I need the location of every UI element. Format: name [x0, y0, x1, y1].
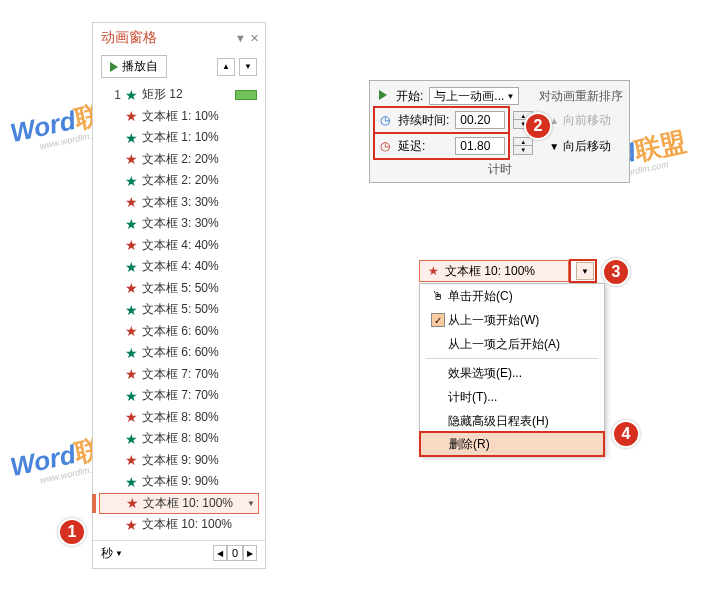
menu-timing[interactable]: 计时(T)... — [420, 385, 604, 409]
item-label: 文本框 1: 10% — [142, 129, 257, 146]
step-badge-3: 3 — [602, 258, 630, 286]
menu-effect-options[interactable]: 效果选项(E)... — [420, 361, 604, 385]
start-label: 开始: — [396, 88, 423, 105]
context-header-label: 文本框 10: 100% — [445, 263, 535, 280]
pane-titlebar: 动画窗格 ▼ ✕ — [93, 23, 265, 51]
play-from-button[interactable]: 播放自 — [101, 55, 167, 78]
check-icon: ✓ — [431, 313, 445, 327]
animation-item[interactable]: ★文本框 8: 80% — [99, 407, 259, 429]
animation-item[interactable]: ★文本框 1: 10% — [99, 106, 259, 128]
animation-item[interactable]: ★文本框 7: 70% — [99, 385, 259, 407]
item-label: 文本框 9: 90% — [142, 452, 257, 469]
menu-remove[interactable]: 删除(R) — [420, 432, 604, 456]
star-icon: ★ — [428, 264, 439, 278]
animation-item[interactable]: ★文本框 3: 30% — [99, 192, 259, 214]
step-badge-2: 2 — [524, 112, 552, 140]
star-icon: ★ — [125, 517, 138, 533]
play-icon — [376, 89, 390, 103]
item-label: 文本框 5: 50% — [142, 301, 257, 318]
menu-after-previous[interactable]: 从上一项之后开始(A) — [420, 332, 604, 356]
page-number: 0 — [227, 545, 243, 561]
start-dropdown[interactable]: 与上一动画... ▼ — [429, 87, 519, 105]
item-label: 文本框 3: 30% — [142, 194, 257, 211]
move-up-button[interactable]: ▲ — [217, 58, 235, 76]
item-label: 文本框 10: 100% — [143, 495, 246, 512]
menu-hide-timeline[interactable]: 隐藏高级日程表(H) — [420, 409, 604, 433]
pane-options-icon[interactable]: ▼ — [235, 32, 246, 45]
item-number: 1 — [101, 88, 121, 102]
move-later-button[interactable]: ▼向后移动 — [549, 138, 611, 155]
star-icon: ★ — [125, 302, 138, 318]
move-earlier-button: ▲向前移动 — [549, 112, 611, 129]
timeline-bar — [235, 90, 257, 100]
page-prev-button[interactable]: ◀ — [213, 545, 227, 561]
delay-field[interactable]: 01.80 — [455, 137, 505, 155]
animation-item[interactable]: 1★矩形 12 — [99, 84, 259, 106]
animation-item[interactable]: ★文本框 1: 10% — [99, 127, 259, 149]
item-label: 矩形 12 — [142, 86, 231, 103]
duration-label: 持续时间: — [398, 112, 449, 129]
animation-item[interactable]: ★文本框 3: 30% — [99, 213, 259, 235]
menu-start-on-click[interactable]: 🖱 单击开始(C) — [420, 284, 604, 308]
animation-item[interactable]: ★文本框 2: 20% — [99, 170, 259, 192]
animation-item[interactable]: ★文本框 5: 50% — [99, 299, 259, 321]
item-label: 文本框 1: 10% — [142, 108, 257, 125]
star-icon: ★ — [125, 452, 138, 468]
item-label: 文本框 9: 90% — [142, 473, 257, 490]
star-icon: ★ — [125, 173, 138, 189]
star-icon: ★ — [125, 216, 138, 232]
selection-marker — [92, 494, 96, 514]
item-label: 文本框 2: 20% — [142, 151, 257, 168]
animation-item[interactable]: ★文本框 10: 100% — [99, 514, 259, 536]
item-label: 文本框 6: 60% — [142, 323, 257, 340]
star-icon: ★ — [125, 388, 138, 404]
item-dropdown-icon[interactable]: ▼ — [246, 499, 256, 508]
animation-item[interactable]: ★文本框 4: 40% — [99, 235, 259, 257]
star-icon: ★ — [125, 323, 138, 339]
step-badge-1: 1 — [58, 518, 86, 546]
menu-separator — [426, 358, 598, 359]
item-label: 文本框 10: 100% — [142, 516, 257, 533]
context-header[interactable]: ★ 文本框 10: 100% — [419, 260, 569, 282]
context-menu-wrap: ★ 文本框 10: 100% ▼ 🖱 单击开始(C) ✓ 从上一项开始(W) 从… — [419, 259, 605, 456]
pane-title: 动画窗格 — [101, 29, 157, 47]
item-label: 文本框 8: 80% — [142, 409, 257, 426]
star-icon: ★ — [125, 431, 138, 447]
item-label: 文本框 8: 80% — [142, 430, 257, 447]
timing-panel: 开始: 与上一动画... ▼ 对动画重新排序 ◷ 持续时间: 00.20 ▲▼ … — [369, 80, 630, 183]
dropdown-highlight: ▼ — [569, 259, 597, 283]
animation-item[interactable]: ★文本框 9: 90% — [99, 471, 259, 493]
animation-item[interactable]: ★文本框 4: 40% — [99, 256, 259, 278]
animation-item[interactable]: ★文本框 6: 60% — [99, 342, 259, 364]
timeline-pager: ◀ 0 ▶ — [213, 545, 257, 561]
pane-toolbar: 播放自 ▲ ▼ — [93, 51, 265, 84]
context-dropdown-button[interactable]: ▼ — [576, 262, 594, 280]
animation-item[interactable]: ★文本框 2: 20% — [99, 149, 259, 171]
move-down-button[interactable]: ▼ — [239, 58, 257, 76]
item-label: 文本框 3: 30% — [142, 215, 257, 232]
pane-footer: 秒 ▼ ◀ 0 ▶ — [93, 540, 265, 568]
star-icon: ★ — [125, 280, 138, 296]
menu-with-previous[interactable]: ✓ 从上一项开始(W) — [420, 308, 604, 332]
star-icon: ★ — [125, 259, 138, 275]
animation-item[interactable]: ★文本框 8: 80% — [99, 428, 259, 450]
delay-spinner[interactable]: ▲▼ — [513, 137, 533, 155]
item-label: 文本框 7: 70% — [142, 387, 257, 404]
svg-marker-0 — [110, 62, 118, 72]
animation-item[interactable]: ★文本框 10: 100%▼ — [99, 493, 259, 515]
duration-field[interactable]: 00.20 — [455, 111, 505, 129]
animation-pane: 动画窗格 ▼ ✕ 播放自 ▲ ▼ 1★矩形 12★文本框 1: 10%★文本框 … — [92, 22, 266, 569]
animation-item[interactable]: ★文本框 5: 50% — [99, 278, 259, 300]
animation-item[interactable]: ★文本框 7: 70% — [99, 364, 259, 386]
star-icon: ★ — [125, 151, 138, 167]
close-icon[interactable]: ✕ — [250, 32, 259, 45]
animation-item[interactable]: ★文本框 9: 90% — [99, 450, 259, 472]
star-icon: ★ — [125, 474, 138, 490]
delay-label: 延迟: — [398, 138, 425, 155]
animation-item[interactable]: ★文本框 6: 60% — [99, 321, 259, 343]
play-icon — [110, 62, 118, 72]
seconds-dropdown[interactable]: 秒 ▼ — [101, 545, 123, 562]
item-label: 文本框 4: 40% — [142, 237, 257, 254]
animation-list: 1★矩形 12★文本框 1: 10%★文本框 1: 10%★文本框 2: 20%… — [93, 84, 265, 540]
page-next-button[interactable]: ▶ — [243, 545, 257, 561]
